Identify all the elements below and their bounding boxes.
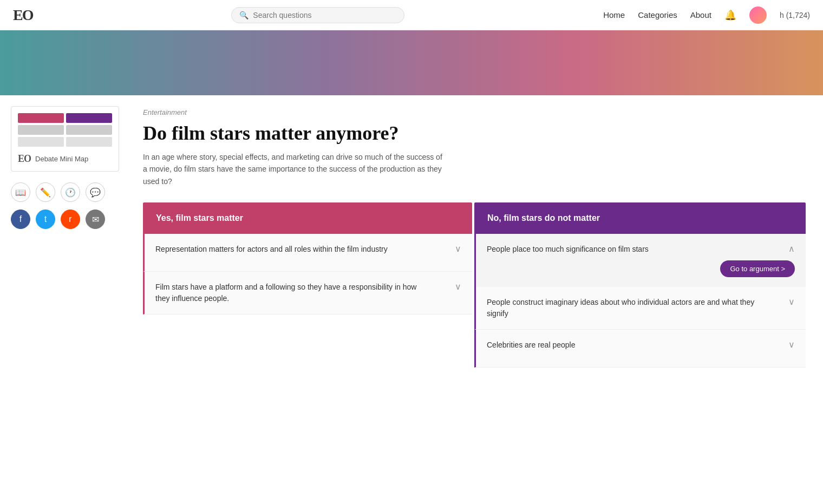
edit-icon-btn[interactable]: ✏️ (36, 182, 55, 202)
no-column: No, film stars do not matter People plac… (474, 202, 806, 368)
mm-block-lgray1 (18, 137, 64, 147)
mini-map-label: EO Debate Mini Map (18, 153, 112, 165)
avatar[interactable] (749, 6, 767, 24)
page-description: In an age where story, special effects, … (143, 151, 446, 187)
nav-categories[interactable]: Categories (638, 10, 677, 19)
mm-block-lgray2 (66, 137, 112, 147)
mini-map-card: EO Debate Mini Map (11, 106, 119, 172)
yes-column-header: Yes, film stars matter (143, 202, 472, 234)
no-arg-3[interactable]: Celebrities are real people ∨ (474, 330, 806, 368)
no-arg-1-chevron-icon: ∧ (788, 244, 795, 254)
yes-arg-1-text: Representation matters for actors and al… (155, 244, 388, 255)
social-icons: f t r ✉ (11, 210, 119, 229)
no-arg-3-text: Celebrities are real people (487, 339, 575, 351)
comment-icon-btn[interactable]: 💬 (86, 182, 105, 202)
yes-arg-1[interactable]: Representation matters for actors and al… (143, 234, 472, 272)
breadcrumb: Entertainment (143, 108, 806, 116)
search-input[interactable] (253, 11, 396, 19)
yes-column: Yes, film stars matter Representation ma… (143, 202, 474, 368)
navbar: EO 🔍 Home Categories About 🔔 h (1,724) (0, 0, 823, 30)
no-arg-2-chevron-icon: ∨ (788, 297, 795, 307)
hero-banner (0, 30, 823, 95)
main-layout: EO Debate Mini Map 📖 ✏️ 🕐 💬 f t r ✉ Ente… (0, 95, 823, 389)
user-label: h (1,724) (780, 11, 810, 19)
no-arg-2[interactable]: People construct imaginary ideas about w… (474, 287, 806, 330)
no-arg-3-chevron-icon: ∨ (788, 339, 795, 350)
mini-logo: EO (18, 153, 31, 165)
search-icon: 🔍 (239, 11, 249, 19)
email-share-btn[interactable]: ✉ (86, 210, 105, 229)
action-icons: 📖 ✏️ 🕐 💬 (11, 182, 119, 202)
notification-bell-icon[interactable]: 🔔 (724, 9, 736, 21)
no-arg-1-text: People place too much significance on fi… (487, 244, 649, 255)
yes-arg-2-text: Film stars have a platform and a followi… (155, 282, 431, 304)
reddit-share-btn[interactable]: r (61, 210, 80, 229)
nav-right: Home Categories About 🔔 h (1,724) (603, 6, 810, 24)
logo[interactable]: EO (13, 6, 32, 24)
debate-grid: Yes, film stars matter Representation ma… (143, 202, 806, 368)
yes-arg-1-chevron-icon: ∨ (455, 244, 461, 254)
no-arg-1-expanded[interactable]: People place too much significance on fi… (474, 234, 806, 287)
mm-block-pink (18, 113, 64, 123)
facebook-share-btn[interactable]: f (11, 210, 30, 229)
mm-block-gray1 (18, 125, 64, 135)
mm-block-purple (66, 113, 112, 123)
mini-map-grid (18, 113, 112, 147)
nav-about[interactable]: About (690, 10, 711, 19)
bookmark-icon-btn[interactable]: 📖 (11, 182, 30, 202)
sidebar: EO Debate Mini Map 📖 ✏️ 🕐 💬 f t r ✉ (0, 95, 130, 389)
no-arg-1-top-row: People place too much significance on fi… (487, 244, 795, 255)
no-column-header: No, film stars do not matter (474, 202, 806, 234)
mini-map-text: Debate Mini Map (35, 155, 88, 163)
main-content: Entertainment Do film stars matter anymo… (130, 95, 823, 389)
mm-block-gray2 (66, 125, 112, 135)
yes-arg-2[interactable]: Film stars have a platform and a followi… (143, 272, 472, 315)
no-arg-2-text: People construct imaginary ideas about w… (487, 297, 764, 319)
page-title: Do film stars matter anymore? (143, 122, 806, 145)
go-to-argument-button[interactable]: Go to argument > (720, 260, 795, 277)
yes-arg-2-chevron-icon: ∨ (455, 282, 461, 292)
history-icon-btn[interactable]: 🕐 (61, 182, 80, 202)
twitter-share-btn[interactable]: t (36, 210, 55, 229)
search-bar[interactable]: 🔍 (231, 7, 404, 23)
nav-home[interactable]: Home (603, 10, 625, 19)
